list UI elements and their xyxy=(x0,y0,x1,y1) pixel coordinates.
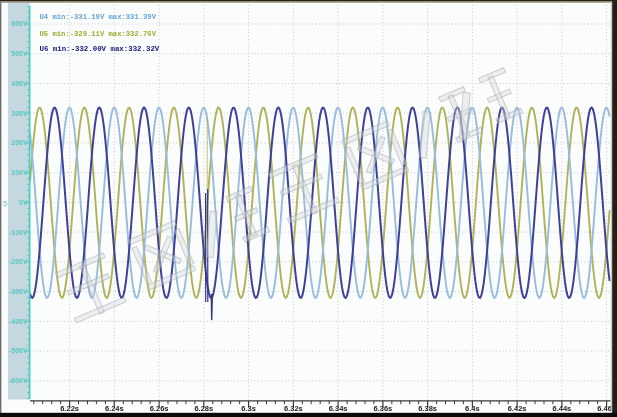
svg-text:6.3s: 6.3s xyxy=(241,404,256,413)
svg-text:6.32s: 6.32s xyxy=(284,404,303,413)
svg-text:200V: 200V xyxy=(11,139,28,146)
svg-text:6.36s: 6.36s xyxy=(374,404,393,413)
svg-text:6.34s: 6.34s xyxy=(329,404,348,413)
svg-text:6.4s: 6.4s xyxy=(465,404,480,413)
svg-text:400V: 400V xyxy=(11,80,28,87)
svg-text:500V: 500V xyxy=(11,50,28,57)
svg-text:0V: 0V xyxy=(19,199,28,206)
svg-text:5: 5 xyxy=(3,199,7,208)
svg-text:-300V: -300V xyxy=(9,288,28,295)
svg-text:-600V: -600V xyxy=(9,377,28,384)
svg-text:6.42s: 6.42s xyxy=(508,404,527,413)
svg-text:6.44s: 6.44s xyxy=(553,404,572,413)
svg-text:300V: 300V xyxy=(11,110,28,117)
svg-text:6.22s: 6.22s xyxy=(60,404,79,413)
svg-text:U4 min:-331.19V max:331.39V: U4 min:-331.19V max:331.39V xyxy=(40,13,157,21)
svg-text:6.28s: 6.28s xyxy=(194,404,213,413)
svg-text:U6 min:-332.00V max:332.32V: U6 min:-332.00V max:332.32V xyxy=(40,45,160,53)
svg-text:6.24s: 6.24s xyxy=(105,404,124,413)
svg-text:6.38s: 6.38s xyxy=(418,404,437,413)
svg-text:-100V: -100V xyxy=(9,229,28,236)
svg-text:6.26s: 6.26s xyxy=(150,404,169,413)
svg-text:600V: 600V xyxy=(11,20,28,27)
svg-text:100V: 100V xyxy=(11,169,28,176)
svg-text:-400V: -400V xyxy=(9,318,28,325)
svg-text:U5 min:-329.11V max:332.76V: U5 min:-329.11V max:332.76V xyxy=(40,30,157,38)
svg-text:-200V: -200V xyxy=(9,258,28,265)
svg-text:-500V: -500V xyxy=(9,347,28,354)
